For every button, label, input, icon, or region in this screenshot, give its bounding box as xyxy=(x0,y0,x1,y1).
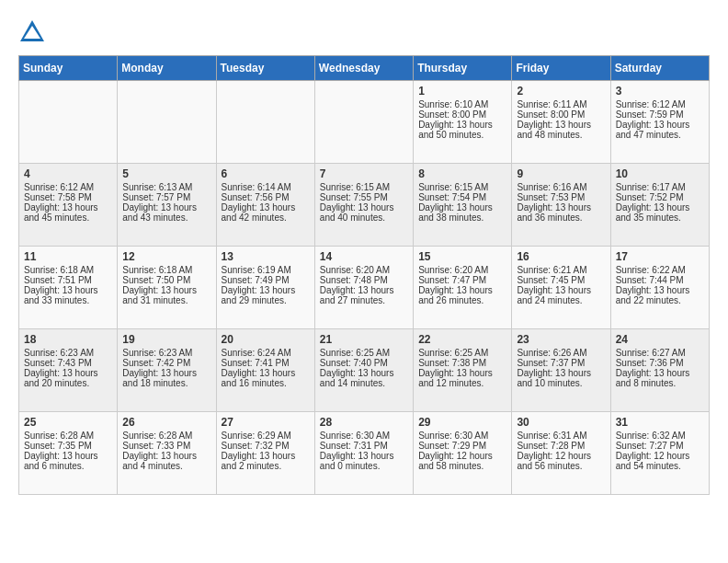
sunrise-text: Sunrise: 6:12 AM xyxy=(24,182,94,192)
calendar-week-row: 18Sunrise: 6:23 AMSunset: 7:43 PMDayligh… xyxy=(19,329,710,412)
daylight-text: Daylight: 13 hours and 38 minutes. xyxy=(418,202,493,223)
day-number: 6 xyxy=(222,167,310,180)
calendar-cell: 2Sunrise: 6:11 AMSunset: 8:00 PMDaylight… xyxy=(512,81,610,164)
daylight-text: Daylight: 13 hours and 33 minutes. xyxy=(24,285,98,305)
daylight-text: Daylight: 13 hours and 6 minutes. xyxy=(24,451,98,471)
day-number: 24 xyxy=(616,333,704,346)
calendar-cell: 26Sunrise: 6:28 AMSunset: 7:33 PMDayligh… xyxy=(118,412,216,495)
sunset-text: Sunset: 7:35 PM xyxy=(24,441,92,451)
day-number: 29 xyxy=(418,416,506,429)
calendar-cell: 12Sunrise: 6:18 AMSunset: 7:50 PMDayligh… xyxy=(118,247,216,329)
sunset-text: Sunset: 7:29 PM xyxy=(418,441,486,451)
sunset-text: Sunset: 7:54 PM xyxy=(418,192,486,202)
calendar-cell: 7Sunrise: 6:15 AMSunset: 7:55 PMDaylight… xyxy=(314,164,413,247)
day-number: 3 xyxy=(616,85,704,98)
calendar-cell: 10Sunrise: 6:17 AMSunset: 7:52 PMDayligh… xyxy=(610,164,709,247)
calendar-cell: 20Sunrise: 6:24 AMSunset: 7:41 PMDayligh… xyxy=(216,329,314,412)
sunset-text: Sunset: 7:43 PM xyxy=(24,358,92,368)
daylight-text: Daylight: 13 hours and 2 minutes. xyxy=(222,451,296,471)
calendar-cell: 3Sunrise: 6:12 AMSunset: 7:59 PMDaylight… xyxy=(610,81,709,164)
day-number: 30 xyxy=(517,416,605,429)
calendar-cell xyxy=(216,81,314,164)
logo-icon xyxy=(18,18,46,46)
calendar-cell: 24Sunrise: 6:27 AMSunset: 7:36 PMDayligh… xyxy=(610,329,709,412)
day-of-week-header: Thursday xyxy=(414,56,512,81)
day-of-week-header: Sunday xyxy=(19,56,118,81)
calendar-cell: 21Sunrise: 6:25 AMSunset: 7:40 PMDayligh… xyxy=(314,329,413,412)
sunset-text: Sunset: 7:51 PM xyxy=(24,275,92,285)
sunrise-text: Sunrise: 6:25 AM xyxy=(320,348,390,358)
sunrise-text: Sunrise: 6:13 AM xyxy=(122,182,192,192)
sunset-text: Sunset: 7:28 PM xyxy=(517,441,585,451)
day-number: 15 xyxy=(418,250,506,263)
sunset-text: Sunset: 8:00 PM xyxy=(517,109,585,120)
logo xyxy=(18,18,50,46)
calendar-table: SundayMondayTuesdayWednesdayThursdayFrid… xyxy=(18,55,710,495)
sunrise-text: Sunrise: 6:23 AM xyxy=(24,348,94,358)
calendar-cell: 8Sunrise: 6:15 AMSunset: 7:54 PMDaylight… xyxy=(414,164,512,247)
daylight-text: Daylight: 13 hours and 42 minutes. xyxy=(222,202,296,223)
daylight-text: Daylight: 13 hours and 48 minutes. xyxy=(517,120,591,140)
sunrise-text: Sunrise: 6:22 AM xyxy=(616,265,686,275)
day-number: 27 xyxy=(222,416,310,429)
sunset-text: Sunset: 7:50 PM xyxy=(122,275,190,285)
calendar-cell: 27Sunrise: 6:29 AMSunset: 7:32 PMDayligh… xyxy=(216,412,314,495)
sunrise-text: Sunrise: 6:31 AM xyxy=(517,431,586,441)
sunset-text: Sunset: 7:37 PM xyxy=(517,358,585,368)
daylight-text: Daylight: 13 hours and 8 minutes. xyxy=(616,368,690,388)
sunset-text: Sunset: 7:31 PM xyxy=(320,441,388,451)
day-of-week-header: Wednesday xyxy=(314,56,413,81)
calendar-cell: 5Sunrise: 6:13 AMSunset: 7:57 PMDaylight… xyxy=(118,164,216,247)
sunset-text: Sunset: 7:57 PM xyxy=(122,192,190,202)
day-number: 10 xyxy=(616,167,704,180)
day-number: 22 xyxy=(418,333,506,346)
calendar-week-row: 4Sunrise: 6:12 AMSunset: 7:58 PMDaylight… xyxy=(19,164,710,247)
sunrise-text: Sunrise: 6:19 AM xyxy=(222,265,291,275)
daylight-text: Daylight: 12 hours and 54 minutes. xyxy=(616,451,690,471)
calendar-cell: 14Sunrise: 6:20 AMSunset: 7:48 PMDayligh… xyxy=(314,247,413,329)
daylight-text: Daylight: 13 hours and 10 minutes. xyxy=(517,368,591,388)
daylight-text: Daylight: 13 hours and 36 minutes. xyxy=(517,202,591,223)
day-number: 5 xyxy=(122,167,210,180)
daylight-text: Daylight: 13 hours and 4 minutes. xyxy=(122,451,197,471)
sunrise-text: Sunrise: 6:32 AM xyxy=(616,431,686,441)
daylight-text: Daylight: 13 hours and 47 minutes. xyxy=(616,120,690,140)
calendar-cell xyxy=(118,81,216,164)
calendar-week-row: 1Sunrise: 6:10 AMSunset: 8:00 PMDaylight… xyxy=(19,81,710,164)
sunrise-text: Sunrise: 6:25 AM xyxy=(418,348,488,358)
day-number: 21 xyxy=(320,333,408,346)
sunrise-text: Sunrise: 6:12 AM xyxy=(616,99,686,109)
calendar-cell: 22Sunrise: 6:25 AMSunset: 7:38 PMDayligh… xyxy=(414,329,512,412)
daylight-text: Daylight: 13 hours and 12 minutes. xyxy=(418,368,493,388)
sunrise-text: Sunrise: 6:17 AM xyxy=(616,182,686,192)
daylight-text: Daylight: 12 hours and 56 minutes. xyxy=(517,451,591,471)
page-header xyxy=(18,18,710,46)
calendar-cell: 18Sunrise: 6:23 AMSunset: 7:43 PMDayligh… xyxy=(19,329,118,412)
calendar-cell: 30Sunrise: 6:31 AMSunset: 7:28 PMDayligh… xyxy=(512,412,610,495)
sunset-text: Sunset: 7:33 PM xyxy=(122,441,190,451)
day-number: 17 xyxy=(616,250,704,263)
day-number: 18 xyxy=(24,333,112,346)
sunrise-text: Sunrise: 6:26 AM xyxy=(517,348,586,358)
day-of-week-header: Tuesday xyxy=(216,56,314,81)
day-number: 26 xyxy=(122,416,210,429)
calendar-cell: 16Sunrise: 6:21 AMSunset: 7:45 PMDayligh… xyxy=(512,247,610,329)
day-number: 1 xyxy=(418,85,506,98)
sunrise-text: Sunrise: 6:24 AM xyxy=(222,348,291,358)
calendar-header: SundayMondayTuesdayWednesdayThursdayFrid… xyxy=(19,56,710,81)
sunset-text: Sunset: 7:58 PM xyxy=(24,192,92,202)
sunset-text: Sunset: 7:41 PM xyxy=(222,358,290,368)
calendar-cell: 19Sunrise: 6:23 AMSunset: 7:42 PMDayligh… xyxy=(118,329,216,412)
sunset-text: Sunset: 8:00 PM xyxy=(418,109,486,120)
day-number: 8 xyxy=(418,167,506,180)
day-number: 12 xyxy=(122,250,210,263)
day-number: 25 xyxy=(24,416,112,429)
daylight-text: Daylight: 13 hours and 50 minutes. xyxy=(418,120,493,140)
sunset-text: Sunset: 7:59 PM xyxy=(616,109,684,120)
daylight-text: Daylight: 13 hours and 31 minutes. xyxy=(122,285,197,305)
header-row: SundayMondayTuesdayWednesdayThursdayFrid… xyxy=(19,56,710,81)
calendar-cell: 25Sunrise: 6:28 AMSunset: 7:35 PMDayligh… xyxy=(19,412,118,495)
day-number: 7 xyxy=(320,167,408,180)
sunrise-text: Sunrise: 6:29 AM xyxy=(222,431,291,441)
sunset-text: Sunset: 7:42 PM xyxy=(122,358,190,368)
